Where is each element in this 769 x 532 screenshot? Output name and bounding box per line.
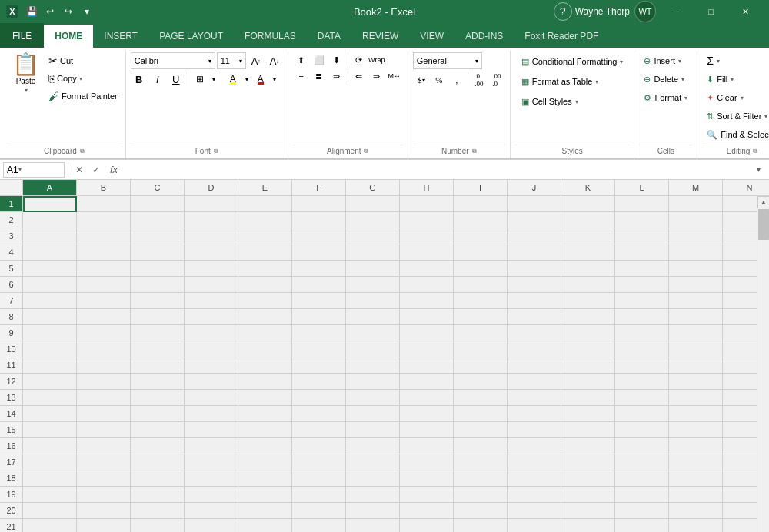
- cell-A12[interactable]: [23, 374, 77, 390]
- cell-C20[interactable]: [131, 503, 185, 519]
- cell-L4[interactable]: [615, 244, 669, 261]
- cell-K3[interactable]: [561, 228, 615, 244]
- cell-A3[interactable]: [23, 228, 77, 244]
- cell-L20[interactable]: [615, 503, 669, 519]
- cell-I12[interactable]: [454, 374, 508, 390]
- cell-F3[interactable]: [292, 228, 346, 244]
- col-header-M[interactable]: M: [669, 180, 723, 195]
- row-num-13[interactable]: 13: [0, 390, 22, 406]
- cell-C21[interactable]: [131, 519, 185, 532]
- bold-button[interactable]: B: [131, 71, 148, 88]
- row-num-5[interactable]: 5: [0, 261, 22, 277]
- col-header-H[interactable]: H: [400, 180, 454, 195]
- cell-I9[interactable]: [454, 325, 508, 341]
- cell-I2[interactable]: [454, 212, 508, 228]
- cell-A18[interactable]: [23, 470, 77, 487]
- cell-A19[interactable]: [23, 487, 77, 503]
- cell-G4[interactable]: [346, 244, 400, 261]
- cell-H13[interactable]: [400, 390, 454, 406]
- cell-K12[interactable]: [561, 374, 615, 390]
- cell-E13[interactable]: [238, 390, 292, 406]
- cell-I6[interactable]: [454, 277, 508, 293]
- sort-filter-button[interactable]: ⇅ Sort & Filter ▾: [702, 108, 769, 125]
- cell-B18[interactable]: [77, 470, 131, 487]
- cell-C12[interactable]: [131, 374, 185, 390]
- cell-K2[interactable]: [561, 212, 615, 228]
- cell-J8[interactable]: [508, 309, 561, 325]
- cell-B7[interactable]: [77, 293, 131, 309]
- cell-G7[interactable]: [346, 293, 400, 309]
- cell-K20[interactable]: [561, 503, 615, 519]
- cell-C17[interactable]: [131, 454, 185, 470]
- cell-M4[interactable]: [669, 244, 723, 261]
- cell-C1[interactable]: [131, 196, 185, 212]
- cell-H20[interactable]: [400, 503, 454, 519]
- row-num-17[interactable]: 17: [0, 454, 22, 470]
- cell-L16[interactable]: [615, 438, 669, 454]
- cell-L14[interactable]: [615, 406, 669, 422]
- row-num-10[interactable]: 10: [0, 341, 22, 357]
- cell-N5[interactable]: [723, 261, 757, 277]
- cell-J2[interactable]: [508, 212, 561, 228]
- align-bottom-button[interactable]: ⬇: [328, 52, 345, 68]
- cell-D14[interactable]: [185, 406, 238, 422]
- cell-F4[interactable]: [292, 244, 346, 261]
- row-num-21[interactable]: 21: [0, 519, 22, 532]
- tab-review[interactable]: REVIEW: [351, 23, 409, 48]
- cell-E14[interactable]: [238, 406, 292, 422]
- insert-button[interactable]: ⊕ Insert ▾: [639, 52, 686, 69]
- cell-J13[interactable]: [508, 390, 561, 406]
- cell-A2[interactable]: [23, 212, 77, 228]
- cell-L3[interactable]: [615, 228, 669, 244]
- cell-I21[interactable]: [454, 519, 508, 532]
- cell-G6[interactable]: [346, 277, 400, 293]
- cell-C4[interactable]: [131, 244, 185, 261]
- cell-J1[interactable]: [508, 196, 561, 212]
- cell-E5[interactable]: [238, 261, 292, 277]
- cell-K6[interactable]: [561, 277, 615, 293]
- delete-button[interactable]: ⊖ Delete ▾: [639, 71, 689, 88]
- cell-K21[interactable]: [561, 519, 615, 532]
- row-num-2[interactable]: 2: [0, 212, 22, 228]
- cell-M17[interactable]: [669, 454, 723, 470]
- cell-N18[interactable]: [723, 470, 757, 487]
- cell-B8[interactable]: [77, 309, 131, 325]
- cell-I17[interactable]: [454, 454, 508, 470]
- row-num-15[interactable]: 15: [0, 422, 22, 438]
- cell-E1[interactable]: [238, 196, 292, 212]
- cell-I15[interactable]: [454, 422, 508, 438]
- cell-E2[interactable]: [238, 212, 292, 228]
- col-header-C[interactable]: C: [131, 180, 185, 195]
- cell-L6[interactable]: [615, 277, 669, 293]
- align-right-button[interactable]: ⇒: [328, 68, 345, 84]
- cell-M10[interactable]: [669, 341, 723, 357]
- cell-D6[interactable]: [185, 277, 238, 293]
- formula-confirm-button[interactable]: ✓: [88, 162, 104, 178]
- cell-D19[interactable]: [185, 487, 238, 503]
- dec-decrease-button[interactable]: .00.0: [488, 72, 505, 88]
- cell-C14[interactable]: [131, 406, 185, 422]
- cell-F14[interactable]: [292, 406, 346, 422]
- cell-D8[interactable]: [185, 309, 238, 325]
- cell-A16[interactable]: [23, 438, 77, 454]
- cell-styles-button[interactable]: ▣ Cell Styles ▾: [515, 92, 584, 111]
- cell-G15[interactable]: [346, 422, 400, 438]
- cell-B4[interactable]: [77, 244, 131, 261]
- cell-K4[interactable]: [561, 244, 615, 261]
- cell-J14[interactable]: [508, 406, 561, 422]
- cell-K8[interactable]: [561, 309, 615, 325]
- cell-N11[interactable]: [723, 357, 757, 374]
- cell-H10[interactable]: [400, 341, 454, 357]
- cell-J12[interactable]: [508, 374, 561, 390]
- cell-E19[interactable]: [238, 487, 292, 503]
- row-num-18[interactable]: 18: [0, 470, 22, 487]
- italic-button[interactable]: I: [149, 71, 166, 88]
- cell-H15[interactable]: [400, 422, 454, 438]
- cell-B16[interactable]: [77, 438, 131, 454]
- cell-M21[interactable]: [669, 519, 723, 532]
- cell-G11[interactable]: [346, 357, 400, 374]
- cell-H6[interactable]: [400, 277, 454, 293]
- cell-M5[interactable]: [669, 261, 723, 277]
- cell-K16[interactable]: [561, 438, 615, 454]
- cell-B11[interactable]: [77, 357, 131, 374]
